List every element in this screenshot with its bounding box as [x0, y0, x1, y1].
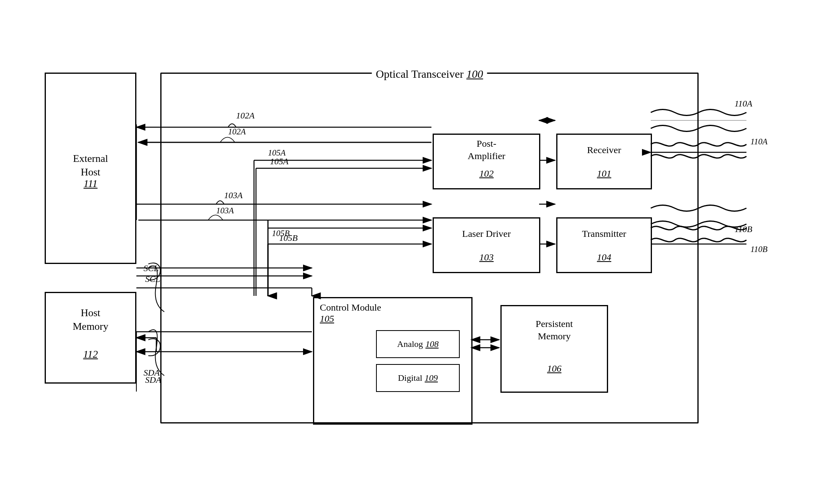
sda-label: SDA	[145, 375, 161, 385]
analog-label: Analog	[397, 339, 423, 349]
transmitter-num: 104	[597, 252, 611, 263]
scl-label: SCL	[145, 274, 160, 284]
digital-label: Digital	[398, 373, 422, 383]
svg-text:110A: 110A	[750, 137, 768, 146]
external-host-num: 111	[83, 178, 97, 190]
persistent-memory-box: Persistent Memory 106	[500, 305, 608, 393]
host-memory-box: Host Memory 112	[45, 292, 136, 384]
external-host-label: External Host	[68, 152, 113, 179]
laser-driver-label: Laser Driver	[462, 228, 511, 239]
post-amplifier-box: Post-Amplifier 102	[433, 134, 540, 189]
transmitter-label: Transmitter	[582, 228, 626, 239]
svg-text:SDA: SDA	[144, 368, 160, 378]
optical-transceiver-label: Optical Transceiver 100	[372, 68, 487, 81]
laser-driver-num: 103	[479, 252, 494, 263]
host-memory-num: 112	[83, 348, 98, 360]
control-module-box: Control Module 105 Analog 108 Digital 10…	[313, 297, 473, 425]
host-memory-label: Host Memory	[68, 306, 113, 333]
label-110a: 110A	[734, 98, 752, 108]
control-module-label: Control Module	[320, 302, 381, 313]
post-amp-num: 102	[479, 168, 494, 179]
external-host-box: External Host 111	[45, 73, 136, 264]
receiver-label: Receiver	[587, 144, 621, 155]
digital-box: Digital 109	[376, 364, 460, 392]
persistent-memory-label: Persistent Memory	[528, 318, 581, 343]
svg-text:SCL: SCL	[144, 263, 159, 273]
transmitter-box: Transmitter 104	[556, 217, 652, 273]
svg-text:110B: 110B	[750, 244, 768, 254]
laser-driver-box: Laser Driver 103	[433, 217, 540, 273]
analog-num: 108	[425, 339, 439, 349]
post-amp-label: Post-Amplifier	[460, 137, 513, 162]
diagram-container: External Host 111 Host Memory 112 Optica…	[33, 33, 790, 471]
label-110b: 110B	[734, 224, 752, 234]
receiver-num: 101	[597, 168, 611, 179]
digital-num: 109	[425, 373, 438, 383]
receiver-box: Receiver 101	[556, 134, 652, 189]
control-module-num: 105	[320, 313, 334, 324]
analog-box: Analog 108	[376, 330, 460, 358]
optical-transceiver-box: Optical Transceiver 100 Post-Amplifier 1…	[160, 73, 699, 423]
persistent-memory-num: 106	[547, 363, 561, 374]
